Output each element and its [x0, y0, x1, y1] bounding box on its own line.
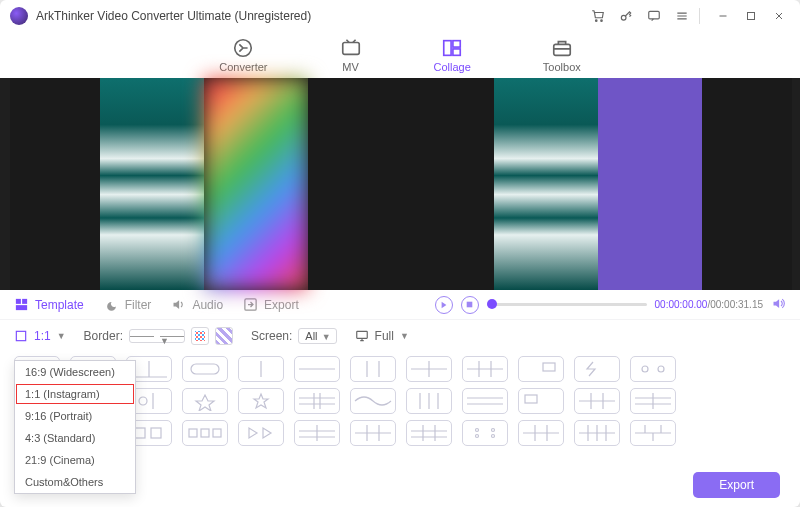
section-label: Export — [264, 298, 299, 312]
volume-icon[interactable] — [771, 296, 786, 314]
mv-icon — [340, 37, 362, 59]
collage-slot-3-selected[interactable] — [204, 78, 308, 290]
tab-mv[interactable]: MV — [340, 37, 362, 73]
svg-rect-31 — [189, 429, 197, 437]
border-style-select[interactable]: ▼ — [129, 329, 185, 343]
border-color-picker[interactable] — [191, 327, 209, 345]
screen-select[interactable]: All▼ — [298, 328, 336, 344]
collage-slot-4[interactable] — [308, 78, 494, 290]
export-button[interactable]: Export — [693, 472, 780, 498]
template-tile[interactable] — [630, 420, 676, 446]
section-label: Audio — [192, 298, 223, 312]
feedback-icon[interactable] — [643, 5, 665, 27]
app-logo-icon — [10, 7, 28, 25]
slider-thumb[interactable] — [487, 299, 497, 309]
ratio-option-highlighted[interactable]: 1:1 (Instagram) — [15, 383, 135, 405]
aspect-ratio-select[interactable]: 1:1▼ — [14, 329, 66, 343]
template-tile[interactable] — [574, 420, 620, 446]
template-tile[interactable] — [238, 388, 284, 414]
template-tile[interactable] — [630, 388, 676, 414]
template-tile[interactable] — [630, 356, 676, 382]
template-tile[interactable] — [406, 356, 452, 382]
svg-rect-30 — [151, 428, 161, 438]
section-export[interactable]: Export — [243, 297, 299, 312]
tab-collage[interactable]: Collage — [434, 37, 471, 73]
template-tile[interactable] — [294, 388, 340, 414]
svg-point-0 — [595, 20, 597, 22]
svg-rect-33 — [213, 429, 221, 437]
close-button[interactable] — [768, 5, 790, 27]
template-tile[interactable] — [350, 420, 396, 446]
minimize-button[interactable] — [712, 5, 734, 27]
key-icon[interactable] — [615, 5, 637, 27]
template-tile[interactable] — [518, 388, 564, 414]
stop-button[interactable] — [461, 296, 479, 314]
filter-icon — [104, 297, 119, 312]
svg-rect-29 — [135, 428, 145, 438]
ratio-option[interactable]: 4:3 (Standard) — [15, 427, 135, 449]
section-bar: Template Filter Audio Export 00:00:00.00… — [0, 290, 800, 320]
template-tile[interactable] — [574, 356, 620, 382]
ratio-option[interactable]: 9:16 (Portrait) — [15, 405, 135, 427]
template-tile[interactable] — [518, 420, 564, 446]
play-button[interactable] — [435, 296, 453, 314]
main-tabs: Converter MV Collage Toolbox — [0, 32, 800, 78]
collage-slot-1[interactable] — [10, 78, 100, 290]
template-tile[interactable] — [518, 356, 564, 382]
collage-icon — [441, 37, 463, 59]
template-tile[interactable] — [574, 388, 620, 414]
template-tile[interactable] — [462, 356, 508, 382]
ratio-icon — [14, 329, 28, 343]
svg-rect-18 — [191, 364, 219, 374]
template-tile[interactable] — [406, 388, 452, 414]
section-filter[interactable]: Filter — [104, 297, 152, 312]
tab-converter[interactable]: Converter — [219, 37, 267, 73]
border-pattern-button[interactable] — [215, 327, 233, 345]
ratio-option[interactable]: 21:9 (Cinema) — [15, 449, 135, 471]
converter-icon — [232, 37, 254, 59]
maximize-button[interactable] — [740, 5, 762, 27]
svg-rect-7 — [444, 41, 451, 56]
section-audio[interactable]: Audio — [171, 297, 223, 312]
playback-controls: 00:00:00.00/00:00:31.15 — [435, 296, 786, 314]
template-tile[interactable] — [406, 420, 452, 446]
ratio-option[interactable]: 16:9 (Widescreen) — [15, 361, 135, 383]
collage-slot-5[interactable] — [494, 78, 598, 290]
screen-filter: Screen: All▼ — [251, 328, 337, 344]
section-template[interactable]: Template — [14, 297, 84, 312]
cart-icon[interactable] — [587, 5, 609, 27]
template-tile[interactable] — [238, 356, 284, 382]
template-tile[interactable] — [182, 356, 228, 382]
collage-slot-7[interactable] — [702, 78, 792, 290]
svg-rect-32 — [201, 429, 209, 437]
svg-rect-12 — [22, 299, 27, 304]
svg-rect-10 — [554, 44, 571, 55]
template-tile[interactable] — [462, 420, 508, 446]
time-slider[interactable] — [487, 303, 647, 306]
template-tile[interactable] — [350, 356, 396, 382]
template-tile[interactable] — [350, 388, 396, 414]
template-tile[interactable] — [294, 420, 340, 446]
audio-icon — [171, 297, 186, 312]
template-tile[interactable] — [182, 388, 228, 414]
template-tile[interactable] — [182, 420, 228, 446]
template-tile[interactable] — [294, 356, 340, 382]
svg-rect-4 — [748, 13, 755, 20]
template-toolbar: 1:1▼ Border: ▼ Screen: All▼ Full▼ — [0, 320, 800, 352]
monitor-icon — [355, 329, 369, 343]
border-label: Border: — [84, 329, 123, 343]
svg-rect-11 — [16, 299, 21, 304]
svg-point-20 — [642, 366, 648, 372]
template-tile[interactable] — [462, 388, 508, 414]
ratio-option[interactable]: Custom&Others — [15, 471, 135, 493]
aspect-ratio-dropdown: 16:9 (Widescreen) 1:1 (Instagram) 9:16 (… — [14, 360, 136, 494]
svg-rect-3 — [649, 11, 660, 19]
template-tile[interactable] — [238, 420, 284, 446]
svg-point-2 — [621, 15, 626, 20]
svg-point-35 — [492, 429, 495, 432]
menu-icon[interactable] — [671, 5, 693, 27]
collage-slot-6[interactable] — [598, 78, 702, 290]
tab-toolbox[interactable]: Toolbox — [543, 37, 581, 73]
view-mode[interactable]: Full▼ — [355, 329, 409, 343]
collage-slot-2[interactable] — [100, 78, 204, 290]
